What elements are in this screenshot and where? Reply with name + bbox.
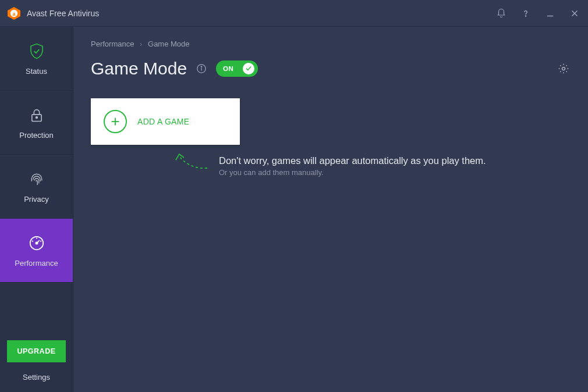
gear-icon[interactable] (558, 63, 571, 76)
sidebar-item-status[interactable]: Status (0, 27, 73, 91)
titlebar-controls (496, 8, 580, 19)
avast-logo-icon: a (7, 6, 21, 20)
add-game-label: ADD A GAME (137, 117, 189, 126)
page-header: Game Mode ON (91, 59, 571, 79)
svg-point-3 (525, 15, 526, 16)
sidebar-item-label: Privacy (24, 195, 49, 204)
hint-block: Don't worry, games will appear automatic… (172, 155, 571, 177)
curved-arrow-icon (172, 151, 213, 176)
sidebar-item-label: Performance (15, 259, 58, 268)
svg-point-15 (201, 66, 202, 67)
sidebar: Status Protection (0, 27, 73, 392)
minimize-icon[interactable] (545, 8, 555, 19)
close-icon[interactable] (569, 8, 580, 19)
svg-point-10 (36, 242, 37, 244)
hint-text: Don't worry, games will appear automatic… (219, 155, 571, 177)
info-icon[interactable] (196, 63, 207, 74)
chevron-right-icon: › (140, 40, 142, 48)
app-title: Avast Free Antivirus (27, 9, 496, 18)
breadcrumb-current: Game Mode (148, 40, 190, 48)
breadcrumb: Performance › Game Mode (91, 40, 571, 48)
gauge-icon (27, 233, 47, 253)
sidebar-item-protection[interactable]: Protection (0, 91, 73, 155)
toggle-label: ON (223, 65, 233, 72)
svg-point-17 (562, 67, 565, 70)
svg-point-8 (36, 117, 37, 119)
game-mode-toggle[interactable]: ON (216, 60, 258, 77)
settings-link[interactable]: Settings (0, 373, 73, 382)
page-title: Game Mode (91, 59, 187, 79)
sidebar-item-label: Status (26, 67, 47, 76)
help-icon[interactable] (520, 8, 531, 19)
sidebar-item-label: Protection (19, 131, 54, 140)
hint-sub-text: Or you can add them manually. (219, 168, 571, 177)
sidebar-spacer (0, 283, 73, 340)
bell-icon[interactable] (496, 8, 506, 19)
sidebar-item-performance[interactable]: Performance (0, 219, 73, 283)
hint-main-text: Don't worry, games will appear automatic… (219, 155, 571, 166)
breadcrumb-parent[interactable]: Performance (91, 40, 134, 48)
titlebar: a Avast Free Antivirus (0, 0, 588, 27)
add-game-card[interactable]: ADD A GAME (91, 98, 240, 145)
fingerprint-icon (27, 169, 47, 189)
lock-icon (27, 105, 47, 125)
toggle-knob-icon (243, 63, 254, 74)
upgrade-button[interactable]: UPGRADE (7, 340, 66, 362)
sidebar-item-privacy[interactable]: Privacy (0, 155, 73, 219)
shield-icon (27, 41, 47, 61)
plus-circle-icon (104, 110, 127, 133)
body: Status Protection (0, 27, 588, 392)
main-content: Performance › Game Mode Game Mode ON (73, 27, 588, 392)
svg-line-13 (40, 241, 41, 241)
svg-line-12 (31, 241, 33, 241)
